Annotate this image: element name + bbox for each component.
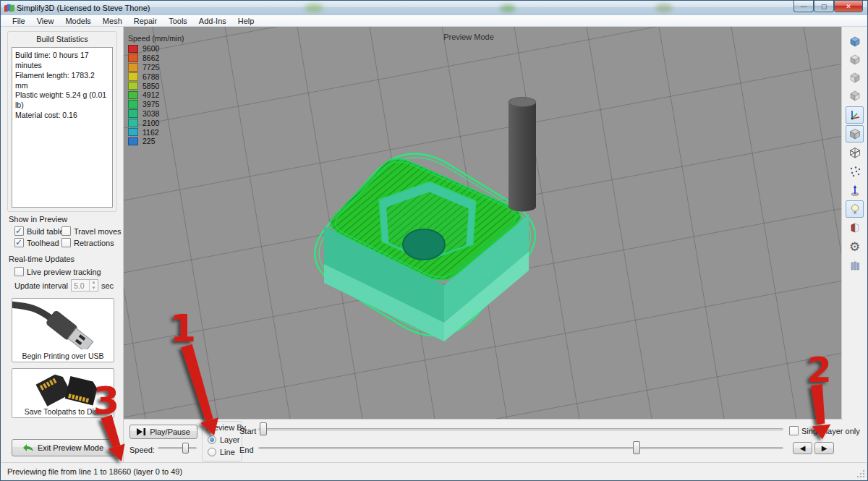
- update-interval-spinner[interactable]: 5.0 ▲▼: [71, 279, 98, 291]
- legend-swatch: [128, 137, 138, 146]
- speed-label: Speed:: [129, 446, 155, 454]
- support-structures-icon[interactable]: [846, 257, 864, 274]
- machine-settings-gear-icon[interactable]: ⚙: [846, 238, 864, 255]
- menu-tools[interactable]: Tools: [163, 16, 193, 26]
- legend-swatch: [128, 100, 138, 108]
- legend-row: 225: [128, 137, 184, 146]
- menu-file[interactable]: File: [7, 16, 31, 26]
- checkbox-retractions[interactable]: [61, 238, 71, 247]
- play-pause-button[interactable]: Play/Pause: [129, 425, 197, 439]
- speed-slider-track[interactable]: [158, 447, 197, 449]
- legend-row: 3038: [128, 109, 184, 119]
- menu-addins[interactable]: Add-Ins: [193, 16, 232, 26]
- begin-printing-usb-label: Begin Printing over USB: [12, 352, 114, 360]
- app-icon: [4, 4, 14, 13]
- view-toolbar: ⚙: [841, 27, 867, 462]
- radio-layer-label: Layer: [220, 435, 240, 444]
- update-interval-label: Update interval: [14, 281, 68, 290]
- close-button[interactable]: ✕: [834, 1, 863, 12]
- legend-value: 225: [142, 137, 156, 145]
- surface-normals-icon[interactable]: [846, 182, 864, 199]
- glass-reflection: [655, 4, 673, 12]
- end-range-slider[interactable]: [258, 441, 783, 456]
- step-layer-forward-button[interactable]: ▶: [814, 442, 834, 454]
- solid-render-icon[interactable]: [846, 125, 864, 142]
- coordinate-axes-icon[interactable]: [846, 106, 864, 124]
- checkbox-build-table-label: Build table: [27, 227, 64, 236]
- point-render-icon[interactable]: [846, 163, 864, 180]
- radio-line-label: Line: [220, 448, 235, 456]
- radio-preview-by-line[interactable]: [208, 448, 216, 456]
- legend-row: 6788: [128, 72, 184, 81]
- usb-cable-icon: [12, 299, 114, 349]
- exit-preview-mode-button[interactable]: Exit Preview Mode: [12, 439, 114, 456]
- show-in-preview-title: Show in Preview: [9, 215, 67, 224]
- legend-swatch: [128, 82, 138, 90]
- window-title: Simplify3D (Licensed to Steve Thone): [17, 4, 150, 12]
- start-range-slider[interactable]: [258, 422, 783, 437]
- top-view-icon[interactable]: [846, 51, 864, 68]
- save-toolpaths-button[interactable]: Save Toolpaths to Disk: [12, 368, 114, 418]
- checkbox-live-preview-tracking[interactable]: [14, 267, 24, 276]
- legend-value: 7725: [142, 63, 159, 72]
- legend-swatch: [128, 63, 138, 72]
- legend-row: 5850: [128, 81, 184, 90]
- minimize-button[interactable]: —: [793, 1, 814, 12]
- legend-swatch: [128, 45, 138, 54]
- legend-swatch: [128, 128, 138, 137]
- preview-viewport[interactable]: Preview Mode Speed (mm/min) 9600 8662 77…: [124, 27, 843, 419]
- end-slider-track[interactable]: [258, 447, 783, 449]
- start-slider-track[interactable]: [258, 428, 783, 430]
- spinner-arrows-icon[interactable]: ▲▼: [89, 280, 98, 291]
- 3d-scene[interactable]: [124, 27, 843, 419]
- preview-by-group: Preview By Layer Line: [202, 421, 242, 461]
- end-slider-thumb[interactable]: [633, 441, 640, 454]
- preview-control-bar: Play/Pause Speed: Preview By Layer Line …: [124, 419, 843, 464]
- preview-mode-label: Preview Mode: [124, 33, 814, 41]
- legend-row: 9600: [128, 44, 184, 54]
- speed-slider[interactable]: [158, 441, 197, 456]
- start-slider-thumb[interactable]: [260, 422, 267, 435]
- legend-row: 7725: [128, 63, 184, 72]
- cross-section-icon[interactable]: [846, 219, 864, 237]
- play-pause-label: Play/Pause: [150, 427, 190, 436]
- lighting-icon[interactable]: [846, 200, 864, 218]
- begin-printing-usb-button[interactable]: Begin Printing over USB: [12, 298, 114, 362]
- wireframe-render-icon[interactable]: [846, 144, 864, 161]
- legend-swatch: [128, 109, 138, 118]
- checkbox-single-layer-only[interactable]: [789, 426, 799, 435]
- stat-filament-length: Filament length: 1783.2 mm: [15, 71, 109, 91]
- legend-swatch: [128, 91, 138, 100]
- radio-preview-by-layer[interactable]: [208, 435, 216, 444]
- legend-row: 4912: [128, 90, 184, 100]
- checkbox-travel-moves-label: Travel moves: [74, 227, 122, 236]
- side-view-icon[interactable]: [846, 87, 864, 104]
- menu-mesh[interactable]: Mesh: [97, 16, 128, 26]
- title-bar[interactable]: Simplify3D (Licensed to Steve Thone) — ▢…: [1, 1, 867, 15]
- front-view-icon[interactable]: [846, 69, 864, 86]
- single-layer-only-label: Single layer only: [801, 427, 860, 435]
- checkbox-retractions-label: Retractions: [74, 239, 114, 247]
- legend-swatch: [128, 119, 138, 127]
- legend-row: 3975: [128, 100, 184, 109]
- menu-bar: File View Models Mesh Repair Tools Add-I…: [1, 15, 867, 27]
- menu-help[interactable]: Help: [232, 16, 260, 26]
- menu-view[interactable]: View: [31, 16, 60, 26]
- glass-reflection: [305, 4, 323, 12]
- app-window: Simplify3D (Licensed to Steve Thone) — ▢…: [0, 0, 868, 481]
- menu-repair[interactable]: Repair: [128, 16, 163, 26]
- end-label: End: [239, 446, 254, 454]
- checkbox-travel-moves[interactable]: [61, 226, 71, 236]
- checkbox-toolhead[interactable]: [14, 238, 24, 247]
- realtime-updates-title: Real-time Updates: [9, 255, 75, 263]
- play-pause-icon: [137, 428, 146, 435]
- step-layer-back-button[interactable]: ◀: [793, 442, 812, 454]
- speed-slider-thumb[interactable]: [182, 443, 189, 454]
- checkbox-build-table[interactable]: [14, 226, 24, 236]
- menu-models[interactable]: Models: [59, 16, 96, 26]
- default-view-icon[interactable]: [846, 33, 864, 50]
- speed-legend-title: Speed (mm/min): [128, 34, 184, 43]
- build-statistics-group: Build Statistics Build time: 0 hours 17 …: [7, 31, 117, 212]
- resize-grip[interactable]: [856, 469, 865, 478]
- maximize-button[interactable]: ▢: [814, 1, 834, 12]
